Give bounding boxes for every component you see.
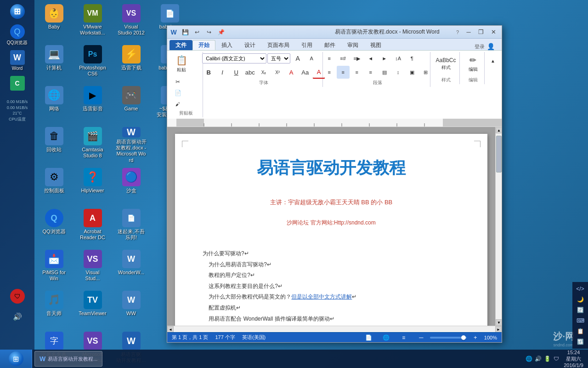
start-button[interactable]: ⊞ [0, 350, 32, 368]
desktop-icon-vstudio2012[interactable]: VS VisualStudio 2012 [114, 2, 148, 41]
tab-review[interactable]: 审阅 [341, 40, 364, 50]
align-left-button[interactable]: ≡ [323, 66, 336, 79]
scroll-track[interactable] [496, 133, 502, 319]
systray-volume[interactable]: 🔊 [534, 355, 542, 362]
desktop-icon-vstudio-icon2[interactable]: VS VisualStud... [75, 248, 110, 287]
help-button[interactable]: ? [456, 29, 459, 35]
brt-sync-icon[interactable]: 🔃 [575, 337, 586, 346]
desktop-icon-controlpanel[interactable]: ⚙ 控制面板 [37, 166, 71, 205]
zoom-slider[interactable] [430, 337, 467, 339]
scroll-up-button[interactable]: ▲ [496, 127, 502, 133]
desktop-icon-photoshop[interactable]: Ps PhotoshopnCS6 [75, 43, 110, 82]
desktop-icon-wonderwall[interactable]: W WonderW... [114, 248, 148, 287]
shrink-font-button[interactable]: A [305, 52, 318, 65]
paste-button[interactable]: 📋 粘贴 [172, 52, 191, 76]
tab-pagelayout[interactable]: 页面布局 [261, 40, 295, 50]
tab-references[interactable]: 引用 [295, 40, 318, 50]
bold-button[interactable]: B [202, 66, 215, 79]
scroll-thumb[interactable] [496, 136, 502, 172]
sidebar-icon-cenv[interactable]: C [1, 74, 34, 93]
brt-clipboard-icon[interactable]: 📋 [575, 327, 586, 336]
sidebar-icon-shield[interactable]: 🛡 [1, 287, 34, 306]
sidebar-icon-qqbrowser[interactable]: Q QQ浏览器 [1, 23, 34, 47]
desktop-icon-network[interactable]: 🌐 网络 [37, 84, 71, 123]
desktop-icon-qqbrowser2[interactable]: Q QQ浏览器 [37, 207, 71, 246]
desktop-icon-yuntianshi[interactable]: 🎵 音天师 [37, 289, 71, 328]
doc-area[interactable]: 易语言驱动开发教程 主讲：宇宙超级无敌小霸王天天睛 BB 的小 BB 沙网论坛 … [167, 127, 495, 326]
systray-network[interactable]: 🌐 [525, 355, 532, 362]
desktop-icon-vmware[interactable]: VM VMwareWorkstati... [75, 2, 110, 41]
bullet-list-button[interactable]: ≡ [323, 52, 336, 65]
borders-button[interactable]: ⊞ [419, 66, 432, 79]
desktop-icon-pimsg[interactable]: 📩 PiMSG forWin [37, 248, 71, 287]
view-outline-button[interactable]: ≡ [397, 331, 410, 344]
shading-button[interactable]: ▣ [406, 66, 418, 79]
copy-button[interactable]: 📄 [172, 88, 183, 98]
editing-button[interactable]: ✏ 编辑 [464, 52, 482, 76]
desktop-icon-miqilai[interactable]: 📄 迷起来,不吾乐邦! [114, 207, 148, 246]
cut-button[interactable]: ✂ [172, 77, 183, 87]
underline-button[interactable]: U [230, 66, 243, 79]
desktop-icon-recycle[interactable]: 🗑 回收站 [37, 125, 71, 164]
tab-insert[interactable]: 插入 [215, 40, 238, 50]
tab-mailings[interactable]: 邮件 [318, 40, 341, 50]
desktop-icon-xunlei[interactable]: ▶ 迅雷影音 [75, 84, 110, 123]
sidebar-icon-word[interactable]: W Word [1, 48, 34, 73]
decrease-indent-button[interactable]: ◄ [364, 52, 377, 65]
scrollbar-vertical[interactable]: ▲ ▼ [495, 127, 502, 326]
desktop-icon-teamviewer[interactable]: TV TeamViewer [75, 289, 110, 328]
brt-refresh-icon[interactable]: 🔄 [575, 305, 586, 315]
view-print-button[interactable]: 📄 [362, 331, 375, 344]
align-right-button[interactable]: ≡ [351, 66, 363, 79]
tab-file[interactable]: 文件 [170, 40, 192, 50]
text-highlight-button[interactable]: Aa [299, 66, 311, 79]
close-button[interactable]: ✕ [487, 28, 499, 37]
columns-button[interactable]: ▤ [378, 66, 391, 79]
desktop-icon-camtasia[interactable]: 🎬 CamtasiaStudio 8 [75, 125, 110, 164]
brt-moon-icon[interactable]: 🌙 [575, 295, 586, 304]
tab-view[interactable]: 视图 [364, 40, 387, 50]
show-para-button[interactable]: ¶ [406, 52, 418, 65]
save-button[interactable]: 💾 [180, 28, 190, 36]
font-family-combo[interactable]: Calibri (西文正文) [202, 53, 266, 63]
italic-button[interactable]: I [216, 66, 229, 79]
desktop-icon-hlpviewer[interactable]: ❓ HlpViewer [75, 166, 110, 205]
number-list-button[interactable]: ≡# [337, 52, 350, 65]
scroll-left-button[interactable]: ◄ [167, 326, 174, 333]
undo-button[interactable]: ↩ [192, 28, 202, 36]
strikethrough-button[interactable]: abc [243, 66, 256, 79]
align-center-button[interactable]: ≡ [337, 66, 350, 79]
systray-battery[interactable]: 🔋 [543, 355, 551, 362]
line-spacing-button[interactable]: ↕ [392, 66, 405, 79]
sort-button[interactable]: ↕A [392, 52, 405, 65]
collapse-ribbon-button[interactable]: ▲ [486, 54, 499, 67]
taskbar-clock[interactable]: 15:24 星期六 2016/1/9 [564, 349, 583, 368]
grow-font-button[interactable]: A [291, 52, 304, 65]
taskbar-item-word[interactable]: W 易语言驱动开发教程... [34, 351, 102, 367]
desktop-icon-ww[interactable]: W WW [114, 289, 148, 328]
desktop-icon-sandbox[interactable]: 🔵 沙盒 [114, 166, 148, 205]
view-web-button[interactable]: 🌐 [380, 331, 393, 344]
format-painter-button[interactable]: 🖌 [172, 99, 183, 109]
restore-button[interactable]: ❐ [475, 28, 487, 37]
desktop-icon-acrobat[interactable]: A AcrobatReader DC [75, 207, 110, 246]
tab-home[interactable]: 开始 [192, 40, 215, 50]
sidebar-icon-start[interactable]: ⊞ [1, 2, 34, 22]
desktop-icon-thunder[interactable]: ⚡ 迅雷下载 [114, 43, 148, 82]
pin-button[interactable]: 📌 [216, 28, 226, 36]
desktop-icon-game[interactable]: 🎮 Game [114, 84, 148, 123]
styles-button[interactable]: AaBbCc 样式 [437, 52, 455, 76]
sidebar-icon-vol[interactable]: 🔊 [1, 307, 34, 327]
systray-shield[interactable]: 🛡 [553, 355, 560, 362]
desktop-icon-computer[interactable]: 💻 计算机 [37, 43, 71, 82]
justify-button[interactable]: ≡ [364, 66, 377, 79]
scroll-down-button[interactable]: ▼ [496, 319, 502, 326]
multilevel-list-button[interactable]: ≡▶ [351, 52, 363, 65]
redo-button[interactable]: ↪ [204, 28, 214, 36]
desktop-icon-word2013[interactable]: W 易语言驱动开发教程.docx - Microsoft Word [114, 125, 148, 164]
font-size-combo[interactable]: 五号 [267, 53, 290, 63]
text-effects-button[interactable]: A [285, 66, 298, 79]
login-area[interactable]: 登录 👤 [470, 43, 499, 50]
brt-keyboard-icon[interactable]: ⌨ [575, 316, 586, 325]
desktop-icon-baby[interactable]: 👶 Baby [37, 2, 71, 41]
